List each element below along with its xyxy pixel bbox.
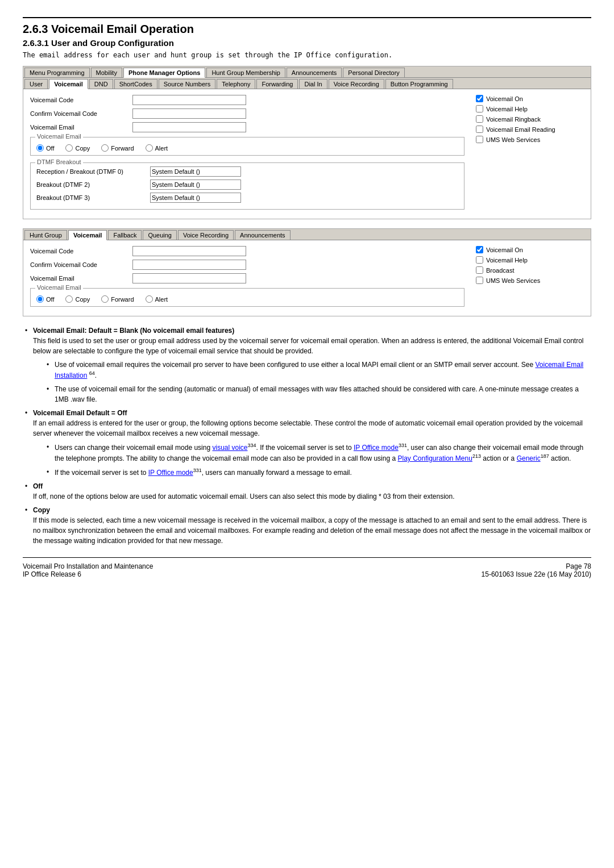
hunt-voicemail-code-input[interactable] bbox=[132, 246, 246, 256]
hunt-radio-copy[interactable]: Copy bbox=[65, 295, 90, 303]
subtab-button-programming[interactable]: Button Programming bbox=[385, 79, 453, 89]
bullet-4-text: If this mode is selected, each time a ne… bbox=[33, 516, 591, 545]
link-ip-office-mode-1[interactable]: IP Office mode bbox=[354, 444, 399, 452]
tab-announcements[interactable]: Announcements bbox=[287, 68, 342, 77]
dtmf-input-0[interactable] bbox=[150, 166, 241, 177]
link-play-configuration-menu[interactable]: Play Configuration Menu bbox=[397, 454, 472, 462]
sub-bullet-1-1: Use of voicemail email requires the voic… bbox=[44, 360, 591, 381]
tab-menu-programming[interactable]: Menu Programming bbox=[24, 68, 90, 77]
page-footer: Voicemail Pro Installation and Maintenan… bbox=[23, 557, 591, 578]
footer-product: Voicemail Pro Installation and Maintenan… bbox=[23, 562, 153, 570]
bullet-item-1: Voicemail Email: Default = Blank (No voi… bbox=[23, 326, 591, 404]
voicemail-email-group-box: Voicemail Email Off Copy Forward Alert bbox=[30, 137, 464, 156]
tab-personal-directory[interactable]: Personal Directory bbox=[343, 68, 404, 77]
intro-text: The email address for each user and hunt… bbox=[23, 51, 591, 59]
tab-mobility[interactable]: Mobility bbox=[91, 68, 122, 77]
subtab-user[interactable]: User bbox=[24, 79, 48, 89]
radio-forward[interactable]: Forward bbox=[101, 144, 134, 152]
subtab-shortcodes[interactable]: ShortCodes bbox=[114, 79, 157, 89]
hunt-tab-voicemail[interactable]: Voicemail bbox=[68, 230, 107, 240]
subtab-telephony[interactable]: Telephony bbox=[217, 79, 255, 89]
hunt-checkbox-ums-web-services-label: UMS Web Services bbox=[486, 277, 540, 284]
confirm-voicemail-code-label: Confirm Voicemail Code bbox=[30, 110, 132, 117]
sub-bullet-list-1: Use of voicemail email requires the voic… bbox=[44, 360, 591, 404]
link-generic[interactable]: Generic bbox=[517, 454, 541, 462]
hunt-voicemail-code-row: Voicemail Code bbox=[30, 246, 464, 256]
radio-copy-input[interactable] bbox=[65, 144, 73, 152]
hunt-radio-copy-input[interactable] bbox=[65, 295, 73, 303]
radio-alert[interactable]: Alert bbox=[146, 144, 168, 152]
hunt-tab-bar: Hunt Group Voicemail Fallback Queuing Vo… bbox=[23, 229, 591, 240]
voicemail-email-group-title: Voicemail Email bbox=[35, 133, 83, 140]
checkbox-voicemail-ringback-input[interactable] bbox=[476, 115, 483, 123]
hunt-voicemail-email-group-title: Voicemail Email bbox=[35, 284, 83, 291]
hunt-tab-hunt-group[interactable]: Hunt Group bbox=[24, 230, 67, 240]
voicemail-email-row: Voicemail Email bbox=[30, 122, 464, 132]
subtab-forwarding[interactable]: Forwarding bbox=[256, 79, 298, 89]
bullet-1-heading: Voicemail Email: Default = Blank (No voi… bbox=[33, 327, 234, 335]
radio-off-input[interactable] bbox=[36, 144, 44, 152]
sub-bullet-2-2: If the voicemail server is set to IP Off… bbox=[44, 467, 591, 478]
link-visual-voice[interactable]: visual voice bbox=[212, 444, 247, 452]
checkbox-ums-web-services-label: UMS Web Services bbox=[486, 136, 540, 143]
radio-copy[interactable]: Copy bbox=[65, 144, 90, 152]
confirm-voicemail-code-input[interactable] bbox=[132, 108, 246, 119]
hunt-tab-announcements[interactable]: Announcements bbox=[235, 230, 291, 240]
hunt-tab-fallback[interactable]: Fallback bbox=[108, 230, 142, 240]
subtab-voice-recording[interactable]: Voice Recording bbox=[329, 79, 384, 89]
user-panel-content: Voicemail Code Confirm Voicemail Code Vo… bbox=[23, 89, 591, 219]
hunt-checkbox-voicemail-help-input[interactable] bbox=[476, 256, 483, 264]
radio-off[interactable]: Off bbox=[36, 144, 54, 152]
dtmf-label-3: Breakout (DTMF 3) bbox=[36, 194, 150, 201]
hunt-confirm-voicemail-code-input[interactable] bbox=[132, 260, 246, 270]
hunt-checkbox-ums-web-services: UMS Web Services bbox=[476, 277, 584, 284]
hunt-tab-voice-recording[interactable]: Voice Recording bbox=[178, 230, 234, 240]
tab-phone-manager-options[interactable]: Phone Manager Options bbox=[123, 68, 206, 78]
sub-bullet-2-1-ref3: 213 action or a bbox=[472, 454, 517, 462]
footer-issue: 15-601063 Issue 22e (16 May 2010) bbox=[482, 570, 591, 578]
sub-bullet-2-1-ref4: 187 action. bbox=[541, 454, 571, 462]
bullet-4-heading: Copy bbox=[33, 506, 50, 514]
bullet-1-text: This field is used to set the user or gr… bbox=[33, 337, 583, 355]
page-subtitle: 2.6.3.1 User and Group Configuration bbox=[23, 38, 591, 48]
hunt-radio-alert-input[interactable] bbox=[146, 295, 153, 303]
tab-hunt-group-membership[interactable]: Hunt Group Membership bbox=[206, 68, 285, 77]
checkbox-ums-web-services-input[interactable] bbox=[476, 136, 483, 143]
hunt-checkbox-voicemail-on-input[interactable] bbox=[476, 246, 483, 253]
voicemail-code-input[interactable] bbox=[132, 95, 246, 105]
hunt-radio-off[interactable]: Off bbox=[36, 295, 54, 303]
checkbox-voicemail-email-reading-input[interactable] bbox=[476, 126, 483, 133]
hunt-voicemail-email-input[interactable] bbox=[132, 273, 246, 283]
subtab-voicemail[interactable]: Voicemail bbox=[49, 79, 88, 89]
hunt-checkbox-broadcast-input[interactable] bbox=[476, 266, 483, 274]
dtmf-input-3[interactable] bbox=[150, 193, 241, 203]
subtab-dial-in[interactable]: Dial In bbox=[299, 79, 327, 89]
checkbox-ums-web-services: UMS Web Services bbox=[476, 136, 584, 143]
sub-bullet-list-2: Users can change their voicemail email m… bbox=[44, 442, 591, 478]
radio-alert-input[interactable] bbox=[146, 144, 153, 152]
checkbox-voicemail-ringback-label: Voicemail Ringback bbox=[486, 116, 541, 123]
user-col-left: Voicemail Code Confirm Voicemail Code Vo… bbox=[30, 95, 470, 213]
link-ip-office-mode-2[interactable]: IP Office mode bbox=[148, 469, 193, 477]
voicemail-code-row: Voicemail Code bbox=[30, 95, 464, 105]
user-col-right: Voicemail On Voicemail Help Voicemail Ri… bbox=[470, 95, 584, 213]
page-title: 2.6.3 Voicemail Email Operation bbox=[23, 17, 591, 36]
voicemail-email-input[interactable] bbox=[132, 122, 246, 132]
hunt-radio-forward[interactable]: Forward bbox=[101, 295, 134, 303]
hunt-voicemail-email-row: Voicemail Email bbox=[30, 273, 464, 283]
hunt-radio-forward-input[interactable] bbox=[101, 295, 109, 303]
checkbox-voicemail-help-input[interactable] bbox=[476, 105, 483, 112]
subtab-dnd[interactable]: DND bbox=[89, 79, 113, 89]
hunt-radio-off-input[interactable] bbox=[36, 295, 44, 303]
hunt-checkbox-ums-web-services-input[interactable] bbox=[476, 277, 483, 284]
hunt-radio-alert[interactable]: Alert bbox=[146, 295, 168, 303]
voicemail-code-label: Voicemail Code bbox=[30, 97, 132, 103]
radio-forward-input[interactable] bbox=[101, 144, 109, 152]
confirm-voicemail-code-row: Confirm Voicemail Code bbox=[30, 108, 464, 119]
checkbox-voicemail-on-input[interactable] bbox=[476, 95, 483, 102]
hunt-tab-queuing[interactable]: Queuing bbox=[143, 230, 177, 240]
dtmf-breakout-title: DTMF Breakout bbox=[35, 158, 83, 165]
subtab-source-numbers[interactable]: Source Numbers bbox=[159, 79, 216, 89]
dtmf-row-2: Breakout (DTMF 2) bbox=[36, 180, 458, 190]
dtmf-input-2[interactable] bbox=[150, 180, 241, 190]
